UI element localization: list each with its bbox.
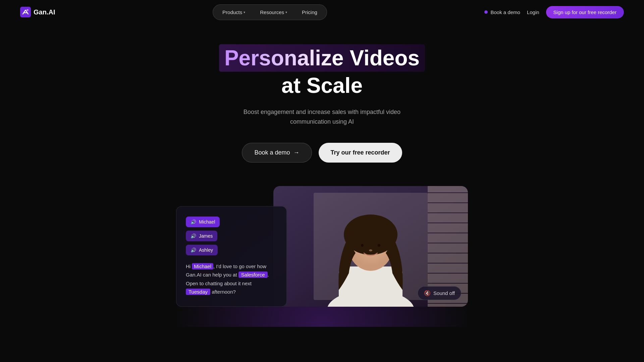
sound-icon: 🔊 — [191, 233, 196, 239]
persona-michael-button[interactable]: 🔊 Michael — [186, 217, 220, 227]
svg-point-27 — [369, 249, 372, 251]
video-section: 🔊 Michael 🔊 James 🔊 Ashley Hi Michael, I… — [0, 186, 644, 327]
hero-buttons: Book a demo → Try our free recorder — [0, 143, 644, 163]
nav-pricing[interactable]: Pricing — [295, 7, 324, 18]
book-demo-button[interactable]: Book a demo → — [242, 143, 312, 163]
chevron-down-icon: ▾ — [285, 10, 287, 14]
login-button[interactable]: Login — [527, 9, 539, 15]
purple-dot-icon — [484, 10, 488, 14]
svg-point-26 — [378, 244, 380, 247]
svg-point-25 — [361, 244, 364, 247]
persona-list: 🔊 Michael 🔊 James 🔊 Ashley — [186, 217, 277, 255]
hero-title-line2: at Scale — [0, 73, 644, 98]
persona-james-button[interactable]: 🔊 James — [186, 231, 217, 241]
highlight-name: Michael — [192, 263, 213, 269]
sound-off-badge[interactable]: 🔇 Sound off — [418, 286, 461, 300]
hero-title: Personalize Videos at Scale — [0, 44, 644, 98]
hero-title-line1: Personalize Videos — [219, 44, 425, 72]
sound-off-label: Sound off — [433, 290, 455, 296]
navbar: Gan.AI Products ▾ Resources ▾ Pricing Bo… — [0, 0, 644, 24]
persona-james-label: James — [199, 233, 213, 239]
nav-center: Products ▾ Resources ▾ Pricing — [213, 4, 327, 20]
logo-text: Gan.AI — [34, 8, 55, 16]
highlight-company: Salesforce — [238, 272, 268, 278]
hero-subtitle: Boost engagement and increase sales with… — [0, 107, 644, 127]
mute-icon: 🔇 — [424, 290, 431, 296]
persona-michael-label: Michael — [199, 219, 215, 225]
persona-ashley-label: Ashley — [199, 247, 213, 253]
highlight-day: Tuesday — [186, 289, 210, 295]
signup-button[interactable]: Sign up for our free recorder — [546, 6, 624, 18]
video-player[interactable]: 🔇 Sound off — [273, 186, 468, 307]
speech-text: Hi Michael, I'd love to go over how Gan.… — [186, 262, 277, 296]
logo[interactable]: Gan.AI — [20, 7, 55, 17]
svg-rect-0 — [20, 7, 31, 17]
nav-right: Book a demo Login Sign up for our free r… — [484, 6, 624, 18]
hero-section: Personalize Videos at Scale Boost engage… — [0, 24, 644, 176]
persona-ashley-button[interactable]: 🔊 Ashley — [186, 245, 218, 255]
chevron-down-icon: ▾ — [244, 10, 245, 14]
logo-icon — [20, 7, 31, 17]
personalization-card: 🔊 Michael 🔊 James 🔊 Ashley Hi Michael, I… — [176, 206, 287, 307]
sound-icon: 🔊 — [191, 219, 196, 225]
nav-resources[interactable]: Resources ▾ — [253, 7, 294, 18]
sound-icon: 🔊 — [191, 247, 196, 253]
nav-products[interactable]: Products ▾ — [216, 7, 252, 18]
arrow-right-icon: → — [293, 149, 300, 156]
nav-book-demo-button[interactable]: Book a demo — [484, 9, 520, 15]
try-recorder-button[interactable]: Try our free recorder — [319, 143, 402, 163]
svg-point-1 — [26, 9, 29, 11]
